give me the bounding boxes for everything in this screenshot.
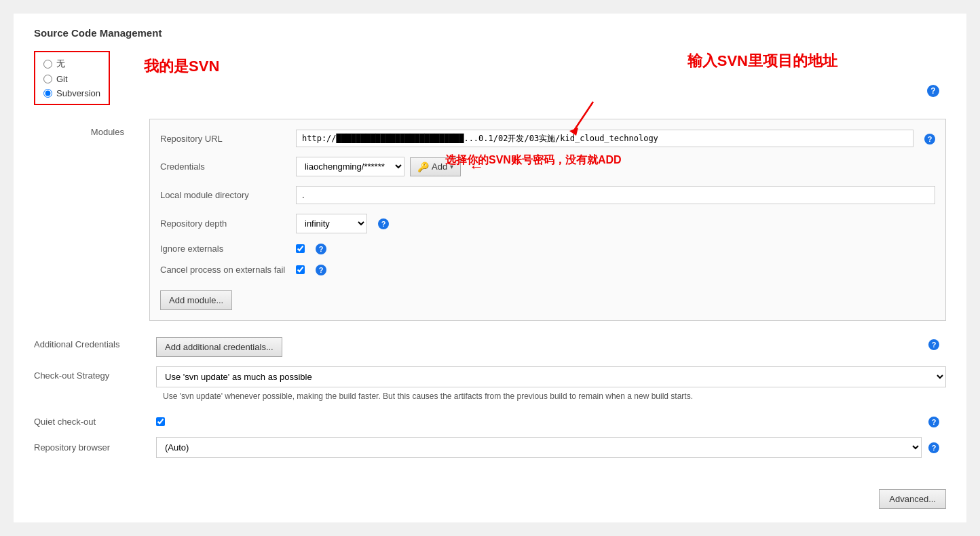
annotation-url: 输入SVN里项目的地址 xyxy=(687,51,837,71)
repo-browser-section: Repository browser (Auto) WebSVN ViewVC … xyxy=(34,437,946,458)
annotation-credentials: 选择你的SVN账号密码，没有就ADD xyxy=(445,153,785,168)
credentials-label: Credentials xyxy=(160,161,289,172)
advanced-button[interactable]: Advanced... xyxy=(879,489,946,509)
additional-creds-help-icon[interactable]: ? xyxy=(928,339,939,350)
page-title: Source Code Management xyxy=(34,27,946,39)
repo-depth-help-icon[interactable]: ? xyxy=(378,218,389,229)
cancel-process-control: ? xyxy=(296,264,935,275)
repo-url-control: ? xyxy=(296,130,935,147)
checkout-select[interactable]: Use 'svn update' as much as possible Alw… xyxy=(156,366,946,387)
modules-content: Repository URL ? Credentials liaochengmi… xyxy=(149,119,946,321)
arrow-to-url xyxy=(552,98,607,141)
checkout-section: Check-out Strategy Use 'svn update' as m… xyxy=(34,366,946,410)
radio-git[interactable] xyxy=(43,75,52,83)
repo-browser-select[interactable]: (Auto) WebSVN ViewVC xyxy=(156,437,922,458)
cancel-process-checkbox[interactable] xyxy=(296,265,305,274)
ignore-externals-checkbox[interactable] xyxy=(296,244,305,253)
quiet-checkout-section: Quiet check-out ? xyxy=(34,416,946,427)
radio-subversion-label: Subversion xyxy=(56,88,100,98)
quiet-help-icon[interactable]: ? xyxy=(928,416,939,427)
svg-marker-1 xyxy=(569,128,578,136)
repo-depth-row: Repository depth infinity empty files im… xyxy=(160,214,935,233)
ignore-externals-row: Ignore externals ? xyxy=(160,243,935,254)
local-module-label: Local module directory xyxy=(160,190,289,200)
radio-subversion[interactable] xyxy=(43,89,52,98)
repo-depth-control: infinity empty files immediates ? xyxy=(296,214,935,233)
checkout-label: Check-out Strategy xyxy=(34,366,149,381)
quiet-label: Quiet check-out xyxy=(34,417,149,427)
local-module-input[interactable] xyxy=(296,186,935,204)
local-module-control xyxy=(296,186,935,204)
checkout-control: Use 'svn update' as much as possible Alw… xyxy=(156,366,946,410)
repo-url-label: Repository URL xyxy=(160,134,289,144)
add-additional-creds-button[interactable]: Add additional credentials... xyxy=(156,337,282,357)
modules-box: Repository URL ? Credentials liaochengmi… xyxy=(149,119,946,321)
cancel-process-label: Cancel process on externals fail xyxy=(160,265,289,275)
quiet-checkbox[interactable] xyxy=(156,417,165,426)
radio-git-label: Git xyxy=(56,74,68,84)
radio-none[interactable] xyxy=(43,60,52,69)
repo-browser-help-icon[interactable]: ? xyxy=(928,442,939,453)
checkout-select-row: Use 'svn update' as much as possible Alw… xyxy=(156,366,946,387)
annotation-svn: 我的是SVN xyxy=(144,56,219,77)
repo-browser-label: Repository browser xyxy=(34,442,149,453)
help-icon-top[interactable]: ? xyxy=(927,85,939,97)
ignore-externals-control: ? xyxy=(296,243,935,254)
radio-item-git[interactable]: Git xyxy=(43,74,100,84)
repo-depth-select[interactable]: infinity empty files immediates xyxy=(296,214,367,233)
credentials-select[interactable]: liaochengming/****** xyxy=(296,157,404,176)
ignore-externals-help-icon[interactable]: ? xyxy=(316,243,326,254)
additional-creds-section: Additional Credentials Add additional cr… xyxy=(34,332,946,357)
key-icon: 🔑 xyxy=(417,161,429,172)
credentials-row: Credentials liaochengming/****** 🔑 Add ▾… xyxy=(160,157,935,176)
additional-creds-label: Additional Credentials xyxy=(34,339,149,349)
radio-item-none[interactable]: 无 xyxy=(43,58,100,70)
cancel-process-row: Cancel process on externals fail ? xyxy=(160,264,935,275)
checkout-hint: Use 'svn update' whenever possible, maki… xyxy=(163,391,774,401)
form-section: Add module... Modules Repository URL ? xyxy=(34,119,946,321)
repo-url-row: Repository URL ? xyxy=(160,130,935,147)
local-module-row: Local module directory xyxy=(160,186,935,204)
cancel-process-help-icon[interactable]: ? xyxy=(316,264,326,275)
add-module-button[interactable]: Add module... xyxy=(160,290,232,310)
repo-depth-label: Repository depth xyxy=(160,218,289,229)
svg-line-0 xyxy=(573,102,593,132)
modules-label: Add module... Modules xyxy=(34,119,149,321)
radio-item-subversion[interactable]: Subversion xyxy=(43,88,100,98)
ignore-externals-label: Ignore externals xyxy=(160,244,289,254)
radio-none-label: 无 xyxy=(56,58,65,70)
repo-url-help-icon[interactable]: ? xyxy=(924,133,935,145)
scm-radio-group: 无 Git Subversion xyxy=(34,51,110,105)
